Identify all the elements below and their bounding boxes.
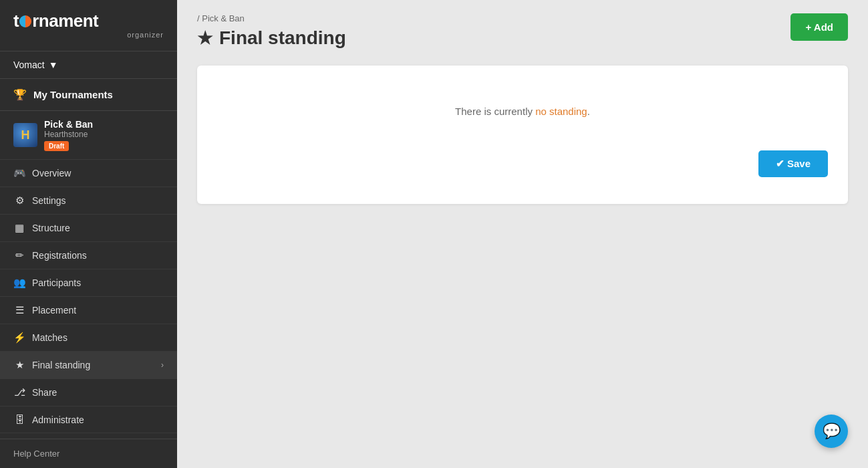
sidebar: trnament organizer Vomact ▼ 🏆 My Tournam… (0, 0, 177, 468)
top-bar: / Pick & Ban ★ Final standing + Add (177, 0, 868, 59)
placement-icon: ☰ (13, 304, 25, 316)
trophy-icon: 🏆 (13, 88, 27, 101)
administrate-icon: 🗄 (13, 414, 25, 425)
share-icon: ⎇ (13, 386, 25, 398)
sidebar-item-structure[interactable]: ▦ Structure (0, 215, 177, 242)
tournament-game: Hearthstone (44, 130, 93, 139)
matches-icon: ⚡ (13, 332, 25, 344)
sidebar-label-final-standing: Final standing (32, 360, 161, 370)
help-center-link[interactable]: Help Center (0, 439, 177, 468)
draft-badge: Draft (44, 141, 69, 151)
chat-icon: 💬 (823, 423, 841, 440)
sidebar-label-registrations: Registrations (32, 250, 164, 261)
sidebar-label-placement: Placement (32, 305, 164, 316)
sidebar-label-share: Share (32, 387, 164, 398)
save-button[interactable]: ✔ Save (758, 150, 828, 177)
empty-message-after: . (587, 106, 590, 117)
empty-message: There is currently no standing. (217, 92, 828, 137)
standing-card: There is currently no standing. ✔ Save (197, 66, 848, 204)
user-dropdown[interactable]: Vomact ▼ (0, 51, 177, 79)
final-standing-icon: ★ (13, 359, 25, 371)
sidebar-label-participants: Participants (32, 277, 164, 288)
sidebar-label-settings: Settings (32, 195, 164, 206)
logo-sub: organizer (13, 31, 164, 39)
breadcrumb-link[interactable]: Pick & Ban (202, 13, 245, 23)
sidebar-label-structure: Structure (32, 223, 164, 233)
sidebar-item-registrations[interactable]: ✏ Registrations (0, 242, 177, 269)
page-header: / Pick & Ban ★ Final standing (197, 13, 346, 49)
breadcrumb-separator: / (197, 13, 200, 23)
card-footer: ✔ Save (217, 150, 828, 177)
page-title-text: Final standing (219, 27, 346, 49)
settings-icon: ⚙ (13, 195, 25, 207)
participants-icon: 👥 (13, 277, 25, 289)
sidebar-item-placement[interactable]: ☰ Placement (0, 297, 177, 324)
empty-message-highlight: no standing (535, 106, 587, 117)
tournament-game-icon: H (13, 123, 37, 147)
logo-icon (19, 15, 31, 27)
page-title: ★ Final standing (197, 27, 346, 49)
sidebar-item-administrate[interactable]: 🗄 Administrate (0, 406, 177, 433)
username-label: Vomact (13, 60, 45, 70)
chat-button[interactable]: 💬 (815, 415, 848, 448)
my-tournaments-label: My Tournaments (33, 89, 113, 100)
chevron-down-icon: ▼ (49, 60, 58, 70)
logo-text-rest: rnament (32, 11, 98, 31)
chevron-right-icon: › (161, 360, 164, 370)
content-area: There is currently no standing. ✔ Save (177, 59, 868, 468)
breadcrumb: / Pick & Ban (197, 13, 346, 23)
tournament-info: Pick & Ban Hearthstone Draft (44, 119, 93, 151)
sidebar-item-settings[interactable]: ⚙ Settings (0, 187, 177, 215)
add-button[interactable]: + Add (790, 13, 848, 41)
sidebar-label-overview: Overview (32, 168, 164, 179)
nav-items: 🎮 Overview ⚙ Settings ▦ Structure ✏ Regi… (0, 160, 177, 433)
logo-area: trnament organizer (0, 0, 177, 51)
structure-icon: ▦ (13, 222, 25, 234)
sidebar-label-administrate: Administrate (32, 415, 164, 425)
my-tournaments-link[interactable]: 🏆 My Tournaments (0, 79, 177, 111)
registrations-icon: ✏ (13, 249, 25, 261)
sidebar-item-final-standing[interactable]: ★ Final standing › (0, 352, 177, 379)
sidebar-item-matches[interactable]: ⚡ Matches (0, 324, 177, 352)
logo: trnament (13, 12, 164, 29)
sidebar-item-share[interactable]: ⎇ Share (0, 379, 177, 406)
sidebar-label-matches: Matches (32, 332, 164, 343)
sidebar-item-overview[interactable]: 🎮 Overview (0, 160, 177, 187)
tournament-item[interactable]: H Pick & Ban Hearthstone Draft (0, 111, 177, 160)
tournament-name: Pick & Ban (44, 119, 93, 130)
overview-icon: 🎮 (13, 167, 25, 179)
empty-message-before: There is currently (455, 106, 535, 117)
main-content: / Pick & Ban ★ Final standing + Add Ther… (177, 0, 868, 468)
logo-t: t (13, 11, 19, 31)
sidebar-item-participants[interactable]: 👥 Participants (0, 269, 177, 297)
star-icon: ★ (197, 28, 212, 49)
